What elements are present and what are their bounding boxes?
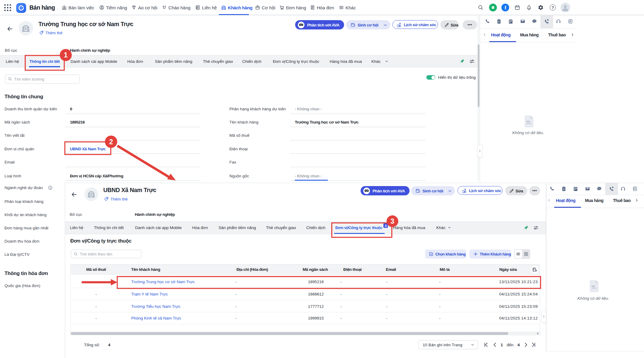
svg-text:2: 2 xyxy=(109,138,113,146)
